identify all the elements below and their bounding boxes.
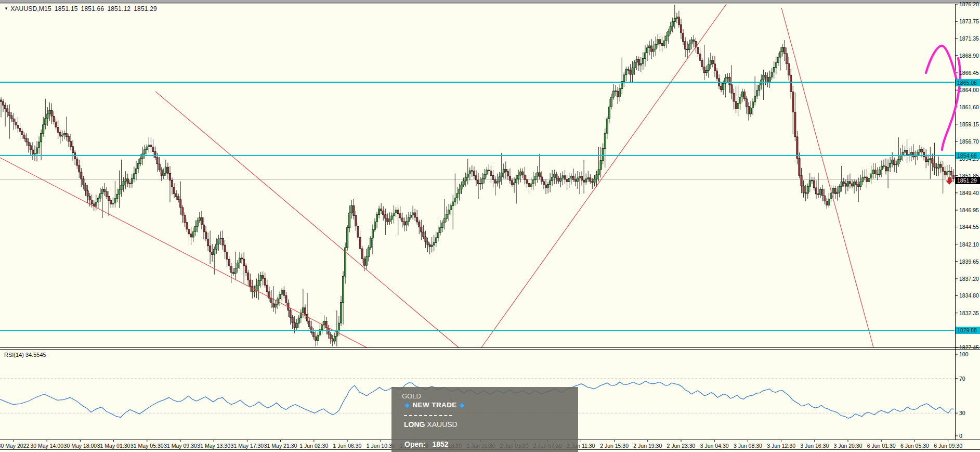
symbol-dropdown-icon[interactable]: ▼: [4, 6, 8, 11]
ohlc-open: 1851.15: [55, 5, 78, 12]
trade-panel-title: GOLD: [402, 392, 421, 400]
diamond-icon: ◆: [404, 401, 410, 409]
time-axis-label: 30 May 2022: [0, 443, 29, 449]
price-axis-label: 1864.00: [959, 87, 979, 93]
time-axis-label: 31 May 09:30: [164, 443, 197, 449]
tick-down-arrow: [946, 177, 953, 185]
ohlc-low: 1851.12: [107, 5, 130, 12]
time-axis-label: 31 May 17:30: [231, 443, 264, 449]
time-axis-label: 3 Jun 16:30: [800, 443, 829, 449]
trade-signal-panel: GOLD ◆NEW TRADE◆ LONG XAUUSD Open:1852: [391, 387, 578, 452]
time-axis-label: 3 Jun 20:30: [834, 443, 863, 449]
trade-direction: LONG XAUUSD: [404, 420, 458, 429]
time-axis-label: 6 Jun 09:30: [934, 443, 962, 449]
time-axis-label: 30 May 14:00: [30, 443, 63, 449]
price-axis-label: 1868.90: [959, 53, 979, 59]
trading-terminal-window: ▼XAUUSD,M151851.151851.661851.121851.29 …: [0, 0, 980, 452]
panel-dashed-divider: [404, 415, 452, 416]
time-axis-label: 2 Jun 19:30: [633, 443, 662, 449]
candlestick-series: [0, 5, 954, 346]
rsi-axis-label: 70: [959, 376, 965, 382]
price-axis-label: 1856.70: [959, 138, 979, 145]
time-axis-label: 1 Jun 10:30: [367, 443, 395, 449]
time-axis-label: 3 Jun 08:30: [734, 443, 762, 449]
new-trade-row: ◆NEW TRADE◆: [402, 401, 467, 409]
price-axis-label: 1861.60: [959, 104, 979, 110]
rsi-axis-label: 0: [959, 433, 962, 439]
price-axis-label: 1837.20: [959, 276, 979, 282]
price-axis[interactable]: 1876.201873.751871.351868.901866.451864.…: [956, 0, 980, 440]
price-axis-label: 1827.45: [959, 344, 979, 351]
level-price-label: 1829.88: [956, 327, 980, 334]
time-axis-label: 3 Jun 04:30: [700, 443, 729, 449]
time-axis-label: 31 May 05:30: [130, 443, 164, 449]
trendline-down: [781, 8, 873, 347]
symbol-header: ▼XAUUSD,M151851.151851.661851.121851.29: [4, 5, 160, 12]
trade-open-row: Open:1852: [404, 440, 449, 448]
rsi-indicator-label: RSI(14) 34.5545: [4, 352, 46, 358]
time-axis-label: 2 Jun 23:30: [667, 443, 696, 449]
price-axis-label: 1866.45: [959, 70, 979, 76]
price-axis-label: 1832.35: [959, 310, 979, 316]
rsi-axis-label: 30: [959, 410, 965, 416]
time-axis-label: 31 May 21:30: [264, 443, 297, 449]
time-axis-label: 2 Jun 15:30: [600, 443, 629, 449]
time-axis-label: 6 Jun 05:30: [900, 443, 929, 449]
price-axis-label: 1859.15: [959, 121, 979, 127]
chart-canvas[interactable]: [0, 0, 980, 452]
price-axis-label: 1849.40: [959, 190, 979, 196]
price-axis-label: 1876.20: [959, 1, 979, 7]
level-price-label: 1854.68: [956, 152, 980, 159]
time-axis-label: 30 May 18:00: [64, 443, 97, 449]
price-axis-label: 1842.10: [959, 241, 979, 248]
level-price-label: 1865.08: [956, 79, 980, 86]
ohlc-high: 1851.66: [81, 5, 104, 12]
price-axis-label: 1846.95: [959, 207, 979, 213]
rsi-axis-label: 100: [959, 351, 969, 357]
price-axis-label: 1873.75: [959, 18, 979, 24]
time-axis-label: 1 Jun 02:30: [299, 443, 328, 449]
bid-price-label: 1851.29: [956, 177, 980, 184]
time-axis-label: 31 May 01:30: [97, 443, 130, 449]
price-axis-label: 1834.80: [959, 292, 979, 299]
price-axis-label: 1844.55: [959, 224, 979, 230]
price-axis-label: 1871.35: [959, 35, 979, 42]
time-axis-label: 6 Jun 01:30: [867, 443, 896, 449]
time-axis-label: 3 Jun 12:30: [767, 443, 795, 449]
price-axis-label: 1839.65: [959, 259, 979, 265]
time-axis-label: 31 May 13:30: [197, 443, 230, 449]
trendline-down: [0, 158, 367, 347]
drawn-up-arrow: [926, 46, 960, 150]
time-axis-label: 1 Jun 06:30: [333, 443, 362, 449]
diamond-icon: ◆: [460, 401, 465, 409]
new-trade-label: NEW TRADE: [412, 401, 456, 409]
ohlc-close: 1851.29: [134, 5, 157, 12]
symbol-name: XAUUSD,M15: [10, 5, 51, 12]
